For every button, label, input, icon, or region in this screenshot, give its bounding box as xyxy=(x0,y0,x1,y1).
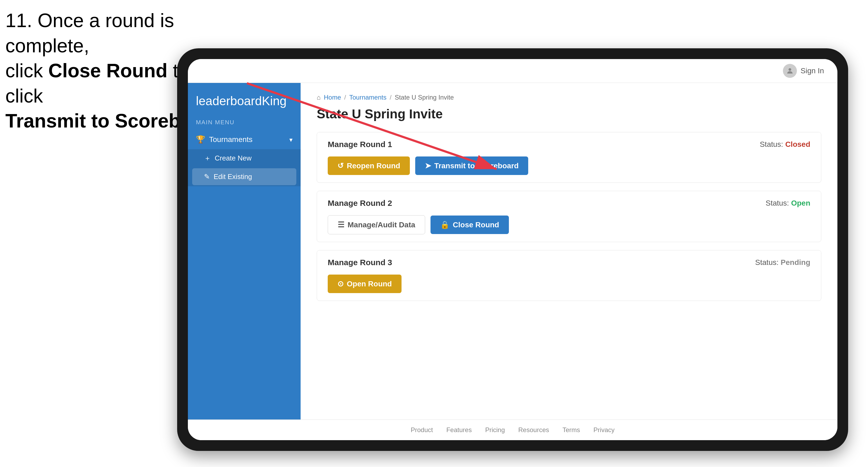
breadcrumb-home[interactable]: Home xyxy=(324,94,341,101)
close-round-button[interactable]: 🔒 Close Round xyxy=(431,216,509,234)
manage-audit-label: Manage/Audit Data xyxy=(348,221,415,229)
reopen-round-button[interactable]: ↺ Reopen Round xyxy=(328,156,410,175)
round-2-status-label: Status: xyxy=(766,199,789,207)
edit-icon: ✎ xyxy=(204,173,210,181)
footer-pricing[interactable]: Pricing xyxy=(485,426,505,434)
round-2-header: Manage Round 2 Status: Open xyxy=(317,191,821,215)
user-avatar-icon xyxy=(783,64,797,78)
round-3-status: Status: Pending xyxy=(755,258,810,267)
logo-king: King xyxy=(262,94,287,108)
tablet-screen: Sign In leaderboardKing MAIN MENU 🏆 Tour… xyxy=(188,59,837,440)
round-2-actions: ☰ Manage/Audit Data 🔒 Close Round xyxy=(317,215,821,242)
round-3-section: Manage Round 3 Status: Pending ⊙ Open Ro… xyxy=(317,250,821,301)
sign-in-area[interactable]: Sign In xyxy=(783,64,824,78)
round-2-section: Manage Round 2 Status: Open ☰ Manage/Aud… xyxy=(317,191,821,242)
breadcrumb-tournaments[interactable]: Tournaments xyxy=(349,94,386,101)
round-1-status: Status: Closed xyxy=(760,140,810,149)
open-round-icon: ⊙ xyxy=(337,279,344,288)
breadcrumb-sep-2: / xyxy=(390,94,392,101)
sidebar-item-left: 🏆 Tournaments xyxy=(196,135,253,144)
chevron-down-icon xyxy=(289,135,292,144)
footer-product[interactable]: Product xyxy=(411,426,433,434)
breadcrumb: ⌂ Home / Tournaments / State U Spring In… xyxy=(317,94,821,101)
round-3-status-value: Pending xyxy=(781,258,810,267)
round-1-actions: ↺ Reopen Round ➤ Transmit to Scoreboard xyxy=(317,156,821,183)
transmit-scoreboard-label: Transmit to Scoreboard xyxy=(434,162,519,170)
reopen-round-label: Reopen Round xyxy=(347,162,400,170)
close-round-icon: 🔒 xyxy=(440,220,450,229)
round-2-title: Manage Round 2 xyxy=(328,198,392,208)
footer-privacy[interactable]: Privacy xyxy=(593,426,615,434)
main-menu-label: MAIN MENU xyxy=(188,116,301,130)
trophy-icon: 🏆 xyxy=(196,135,205,144)
open-round-button[interactable]: ⊙ Open Round xyxy=(328,275,402,293)
sidebar-tournaments-label: Tournaments xyxy=(209,135,253,144)
round-1-title: Manage Round 1 xyxy=(328,140,392,149)
footer: Product Features Pricing Resources Terms… xyxy=(188,419,837,440)
round-1-section: Manage Round 1 Status: Closed ↺ Reopen R… xyxy=(317,132,821,183)
tablet-device: Sign In leaderboardKing MAIN MENU 🏆 Tour… xyxy=(177,48,848,451)
round-3-actions: ⊙ Open Round xyxy=(317,275,821,301)
manage-audit-icon: ☰ xyxy=(338,220,344,229)
round-3-status-label: Status: xyxy=(755,258,779,267)
page-title: State U Spring Invite xyxy=(317,106,821,121)
sidebar-edit-existing[interactable]: ✎ Edit Existing xyxy=(192,168,296,185)
instruction-close-round: Close Round xyxy=(48,60,167,81)
breadcrumb-sep-1: / xyxy=(344,94,346,101)
round-1-header: Manage Round 1 Status: Closed xyxy=(317,132,821,156)
round-3-header: Manage Round 3 Status: Pending xyxy=(317,250,821,275)
create-new-label: Create New xyxy=(215,154,251,162)
sidebar: leaderboardKing MAIN MENU 🏆 Tournaments … xyxy=(188,83,301,419)
svg-point-2 xyxy=(788,68,791,71)
breadcrumb-current: State U Spring Invite xyxy=(395,94,454,101)
round-1-status-value: Closed xyxy=(785,140,810,148)
round-1-status-label: Status: xyxy=(760,140,783,148)
logo: leaderboardKing xyxy=(196,94,287,108)
footer-features[interactable]: Features xyxy=(446,426,472,434)
content-area: ⌂ Home / Tournaments / State U Spring In… xyxy=(301,83,837,419)
sidebar-item-tournaments[interactable]: 🏆 Tournaments xyxy=(188,130,301,149)
edit-existing-label: Edit Existing xyxy=(214,173,252,181)
top-bar: Sign In xyxy=(188,59,837,83)
logo-leaderboard: leaderboard xyxy=(196,94,262,108)
footer-resources[interactable]: Resources xyxy=(518,426,549,434)
footer-terms[interactable]: Terms xyxy=(563,426,580,434)
home-icon: ⌂ xyxy=(317,94,321,101)
sidebar-create-new[interactable]: ＋ Create New xyxy=(188,149,301,167)
logo-area: leaderboardKing xyxy=(188,88,301,116)
close-round-label: Close Round xyxy=(453,221,499,229)
transmit-scoreboard-button[interactable]: ➤ Transmit to Scoreboard xyxy=(415,156,528,175)
sign-in-label[interactable]: Sign In xyxy=(801,67,824,75)
transmit-icon: ➤ xyxy=(425,161,431,170)
open-round-label: Open Round xyxy=(347,280,392,288)
round-3-title: Manage Round 3 xyxy=(328,258,392,267)
manage-audit-button[interactable]: ☰ Manage/Audit Data xyxy=(328,215,425,234)
reopen-round-icon: ↺ xyxy=(337,161,344,170)
plus-icon: ＋ xyxy=(204,154,211,163)
round-2-status: Status: Open xyxy=(766,199,810,208)
main-layout: leaderboardKing MAIN MENU 🏆 Tournaments … xyxy=(188,83,837,419)
round-2-status-value: Open xyxy=(791,199,810,207)
sidebar-sub-menu: ＋ Create New ✎ Edit Existing xyxy=(188,149,301,186)
